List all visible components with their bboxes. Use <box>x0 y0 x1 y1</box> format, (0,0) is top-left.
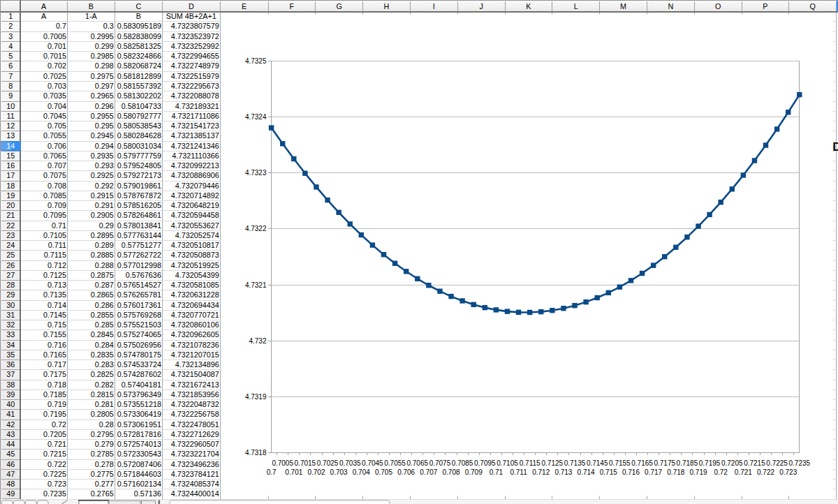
svg-text:4.7322712629: 4.7322712629 <box>171 430 219 438</box>
svg-text:0.7145: 0.7145 <box>43 311 66 319</box>
svg-text:4.7320631228: 4.7320631228 <box>171 290 219 299</box>
svg-text:0.7215: 0.7215 <box>744 459 765 467</box>
svg-text:0.7135: 0.7135 <box>43 290 66 299</box>
svg-text:19: 19 <box>6 191 15 200</box>
svg-text:0.706: 0.706 <box>397 468 415 476</box>
svg-text:4.7324: 4.7324 <box>245 113 267 121</box>
svg-text:0.576265781: 0.576265781 <box>117 290 161 299</box>
svg-text:A: A <box>41 2 47 10</box>
svg-text:3: 3 <box>8 32 13 40</box>
svg-text:0.291: 0.291 <box>95 201 114 209</box>
svg-text:0.298: 0.298 <box>95 61 114 70</box>
svg-text:4.7321110366: 4.7321110366 <box>172 151 219 160</box>
svg-text:0.2835: 0.2835 <box>91 350 114 359</box>
svg-text:0.2825: 0.2825 <box>91 370 114 378</box>
svg-text:0.715: 0.715 <box>600 468 617 476</box>
svg-text:0.572330543: 0.572330543 <box>117 450 161 458</box>
svg-text:4.7318: 4.7318 <box>245 449 267 457</box>
svg-text:4.732134896: 4.732134896 <box>175 360 219 369</box>
svg-text:D: D <box>189 2 194 10</box>
svg-text:0.3: 0.3 <box>103 22 114 30</box>
svg-text:0.577012998: 0.577012998 <box>117 261 161 269</box>
svg-text:0.281: 0.281 <box>95 400 114 408</box>
svg-text:0.577262722: 0.577262722 <box>117 251 161 259</box>
svg-text:N: N <box>668 2 673 10</box>
svg-text:0.297: 0.297 <box>95 82 114 90</box>
svg-text:0.703: 0.703 <box>330 468 348 476</box>
svg-text:4.7320992213: 4.7320992213 <box>171 161 219 170</box>
svg-text:11: 11 <box>7 112 15 120</box>
svg-text:40: 40 <box>6 400 15 408</box>
svg-text:4.732189321: 4.732189321 <box>175 102 219 110</box>
svg-text:0.713: 0.713 <box>554 468 572 476</box>
svg-text:16: 16 <box>6 161 15 170</box>
svg-text:0.718: 0.718 <box>47 380 66 389</box>
svg-text:0.717: 0.717 <box>47 360 66 369</box>
svg-text:17: 17 <box>6 171 15 179</box>
svg-text:0.286: 0.286 <box>95 301 114 309</box>
svg-text:4.7320553627: 4.7320553627 <box>171 221 219 230</box>
svg-text:0.2965: 0.2965 <box>91 91 114 100</box>
svg-text:0.7055: 0.7055 <box>43 131 66 140</box>
svg-text:4.7323221704: 4.7323221704 <box>171 450 219 458</box>
svg-text:0.7225: 0.7225 <box>766 459 788 467</box>
svg-text:0.581302202: 0.581302202 <box>117 91 161 100</box>
svg-text:1-A: 1-A <box>85 12 98 20</box>
svg-text:0.294: 0.294 <box>95 142 114 150</box>
svg-text:25: 25 <box>6 251 15 259</box>
svg-text:4.7319: 4.7319 <box>245 393 267 401</box>
svg-text:0.7215: 0.7215 <box>43 450 66 458</box>
svg-text:0.57136: 0.57136 <box>134 489 161 498</box>
svg-text:43: 43 <box>6 430 15 438</box>
svg-text:2: 2 <box>8 22 13 30</box>
svg-text:0.714: 0.714 <box>47 301 66 309</box>
svg-text:4.7320860106: 4.7320860106 <box>171 320 219 329</box>
svg-text:0.58104733: 0.58104733 <box>122 102 161 110</box>
svg-text:C: C <box>135 2 141 10</box>
svg-text:0.723: 0.723 <box>47 480 66 488</box>
svg-text:4.7323523972: 4.7323523972 <box>171 32 219 40</box>
svg-text:4.7324400014: 4.7324400014 <box>171 489 219 498</box>
svg-text:0.2785: 0.2785 <box>91 450 114 458</box>
svg-text:0.572817816: 0.572817816 <box>117 430 161 438</box>
svg-text:0.7205: 0.7205 <box>43 430 66 438</box>
svg-text:0.7065: 0.7065 <box>406 459 428 467</box>
svg-text:0.708: 0.708 <box>443 468 460 476</box>
svg-text:0.7115: 0.7115 <box>520 459 541 467</box>
svg-text:4.732054399: 4.732054399 <box>175 271 219 279</box>
svg-text:0.716: 0.716 <box>622 468 640 476</box>
svg-text:38: 38 <box>6 380 15 389</box>
svg-text:27: 27 <box>6 271 15 279</box>
svg-text:0.711: 0.711 <box>48 241 66 249</box>
svg-text:0.576514527: 0.576514527 <box>117 281 161 289</box>
svg-text:0.28: 0.28 <box>99 420 114 429</box>
svg-text:4.7320962605: 4.7320962605 <box>171 330 219 339</box>
svg-text:4.7321672413: 4.7321672413 <box>171 380 219 389</box>
svg-text:0.702: 0.702 <box>47 61 66 70</box>
svg-text:0.579019861: 0.579019861 <box>117 181 161 190</box>
svg-text:36: 36 <box>6 360 15 369</box>
svg-text:0.707: 0.707 <box>47 161 66 170</box>
svg-text:0.582324866: 0.582324866 <box>117 52 161 60</box>
svg-text:0.57404181: 0.57404181 <box>122 380 161 389</box>
svg-text:0.7185: 0.7185 <box>43 390 66 399</box>
svg-text:0.575769268: 0.575769268 <box>117 311 161 319</box>
svg-text:0.575026956: 0.575026956 <box>117 341 161 349</box>
svg-text:0.2865: 0.2865 <box>91 290 114 299</box>
svg-text:0.705: 0.705 <box>47 121 66 130</box>
svg-text:0.581557392: 0.581557392 <box>117 82 161 90</box>
svg-text:33: 33 <box>6 330 15 339</box>
svg-text:0.579272173: 0.579272173 <box>117 171 161 179</box>
svg-text:30: 30 <box>6 301 15 309</box>
svg-text:4.7321711086: 4.7321711086 <box>171 112 219 120</box>
svg-text:18: 18 <box>6 181 15 190</box>
svg-text:0.7155: 0.7155 <box>609 459 631 467</box>
svg-text:0.283: 0.283 <box>95 360 114 369</box>
svg-text:0.574533724: 0.574533724 <box>117 360 161 369</box>
svg-text:0.719: 0.719 <box>47 400 66 408</box>
svg-text:0.7045: 0.7045 <box>43 112 66 120</box>
svg-text:0.716: 0.716 <box>47 341 66 349</box>
svg-text:A: A <box>41 12 47 20</box>
svg-text:4.7322048732: 4.7322048732 <box>171 400 219 408</box>
svg-text:0.299: 0.299 <box>95 42 114 50</box>
